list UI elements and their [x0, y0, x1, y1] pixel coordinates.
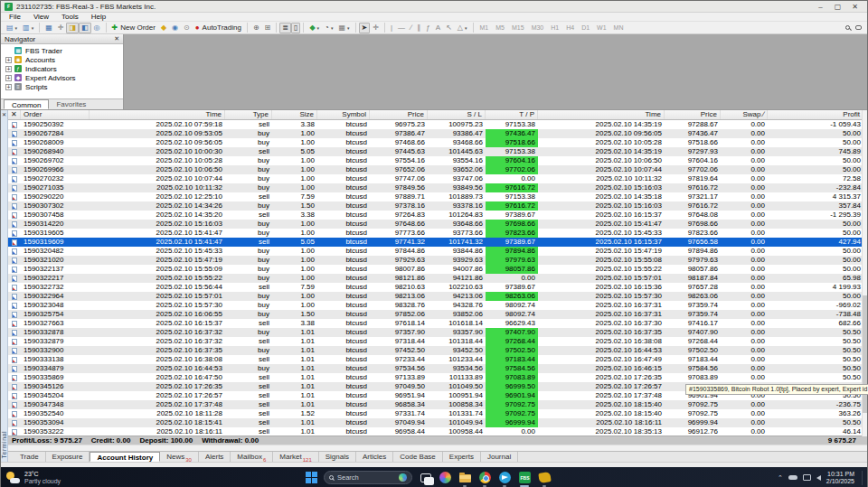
- copilot-icon[interactable]: [439, 471, 452, 484]
- arrows-button[interactable]: ↖: [443, 23, 455, 33]
- fbs-terminal-icon[interactable]: FBS: [518, 471, 532, 484]
- data-window-button[interactable]: ✛: [55, 23, 67, 33]
- tab-market[interactable]: Market121: [273, 452, 318, 462]
- expand-plus-icon[interactable]: +: [5, 57, 12, 63]
- history-row[interactable]: 15902680092025.02.10 09:56:05buy1.00btcu…: [8, 138, 867, 147]
- history-row[interactable]: 15903196092025.02.10 15:41:47sell5.05btc…: [8, 238, 867, 247]
- history-row[interactable]: 15902503922025.02.10 07:59:18sell3.38btc…: [8, 120, 867, 129]
- zoom-in-button[interactable]: ⊕: [250, 23, 262, 33]
- new-chart-button[interactable]: ▤▾: [4, 23, 20, 33]
- history-row[interactable]: 15903532222025.02.10 18:16:11sell1.01btc…: [8, 427, 867, 435]
- history-row[interactable]: 15903210202025.02.10 15:47:19buy1.00btcu…: [8, 256, 867, 265]
- weather-widget[interactable]: 23°C Partly cloudy: [6, 471, 61, 485]
- metaeditor-button[interactable]: ◆: [158, 23, 169, 33]
- metatrader-icon[interactable]: [538, 471, 552, 484]
- history-row[interactable]: 15903331382025.02.10 16:38:08sell1.01btc…: [8, 355, 867, 364]
- tab-account-history[interactable]: Account History: [90, 452, 160, 462]
- candlestick-button[interactable]: ▯: [291, 23, 300, 33]
- tab-journal[interactable]: Journal: [481, 452, 518, 462]
- templates-button[interactable]: ▦▾: [335, 23, 352, 33]
- telegram-icon[interactable]: [498, 471, 512, 484]
- tile-windows-button[interactable]: ⊞: [262, 23, 274, 33]
- scrollbar-thumb[interactable]: [863, 295, 867, 413]
- column-header-swap[interactable]: Swap ∕: [721, 110, 768, 119]
- profiles-button[interactable]: ▥▾: [20, 23, 36, 33]
- toolbar-search-button[interactable]: [843, 23, 853, 33]
- clock[interactable]: 10:31 PM 2/10/2025: [826, 471, 854, 485]
- expand-plus-icon[interactable]: +: [5, 75, 12, 81]
- history-row[interactable]: 15903328792025.02.10 16:37:32sell1.01btc…: [8, 337, 867, 346]
- history-row[interactable]: 15902697022025.02.10 10:05:28buy1.00btcu…: [8, 156, 867, 165]
- community-button[interactable]: ⊙: [181, 23, 193, 33]
- tab-alerts[interactable]: Alerts: [199, 452, 231, 462]
- history-row[interactable]: 15903230482025.02.10 15:57:30buy1.00btcu…: [8, 301, 867, 310]
- menu-item-file[interactable]: File: [3, 13, 27, 21]
- navigator-tab-common[interactable]: Common: [4, 99, 49, 109]
- column-header-time[interactable]: Time: [90, 110, 225, 119]
- history-row[interactable]: 15903073022025.02.10 14:34:26buy1.50btcu…: [8, 201, 867, 211]
- tab-trade[interactable]: Trade: [14, 452, 46, 462]
- column-header-order[interactable]: Order: [21, 110, 90, 119]
- metaquotes-button[interactable]: ◉: [169, 23, 181, 33]
- expand-plus-icon[interactable]: +: [5, 66, 12, 72]
- timeframe-d1-button[interactable]: D1: [578, 23, 593, 33]
- navigator-item-accounts[interactable]: +◉Accounts: [1, 55, 123, 64]
- terminal-close-icon[interactable]: ✕: [2, 111, 6, 117]
- strategy-tester-button[interactable]: ◎: [91, 23, 103, 33]
- chrome-icon[interactable]: [478, 471, 492, 484]
- history-row[interactable]: 15903530942025.02.10 18:15:41sell1.01btc…: [8, 418, 867, 427]
- timeframe-mn-button[interactable]: MN: [610, 23, 627, 33]
- menu-item-help[interactable]: Help: [85, 13, 112, 21]
- history-row[interactable]: 15903328782025.02.10 16:37:32buy1.01btcu…: [8, 328, 867, 337]
- column-header-price[interactable]: Price: [665, 110, 721, 119]
- history-row[interactable]: 15903257542025.02.10 16:06:55buy1.50btcu…: [8, 310, 867, 319]
- history-row[interactable]: 15903222172025.02.10 15:55:22buy1.00btcu…: [8, 274, 867, 283]
- history-row[interactable]: 15903473482025.02.10 17:37:48sell1.01btc…: [8, 400, 867, 409]
- timeframe-m5-button[interactable]: M5: [492, 23, 508, 33]
- history-row[interactable]: 15903358692025.02.10 16:47:50sell1.01btc…: [8, 373, 867, 382]
- text-button[interactable]: A: [433, 23, 443, 33]
- column-header-tp[interactable]: T / P: [486, 110, 538, 119]
- crosshair-button[interactable]: ✛: [370, 23, 382, 33]
- new-order-button[interactable]: ✚New Order: [109, 23, 158, 33]
- indicators-button[interactable]: ◆▾: [307, 23, 322, 33]
- onedrive-icon[interactable]: [788, 475, 797, 480]
- history-row[interactable]: 15903348792025.02.10 16:44:53buy1.01btcu…: [8, 364, 867, 373]
- column-header-size[interactable]: Size: [272, 110, 317, 119]
- history-row[interactable]: 15903221372025.02.10 15:55:09buy1.00btcu…: [8, 265, 867, 274]
- column-header-symbol[interactable]: Symbol: [317, 110, 370, 119]
- horizontal-scrollbar[interactable]: [8, 445, 867, 451]
- trendline-button[interactable]: ∕: [408, 23, 414, 33]
- menu-item-view[interactable]: View: [27, 13, 55, 21]
- channel-button[interactable]: ∥: [414, 23, 423, 33]
- history-row[interactable]: 15903142202025.02.10 15:16:03buy1.00btcu…: [8, 220, 867, 229]
- history-row[interactable]: 15902699662025.02.10 10:06:50buy1.00btcu…: [8, 165, 867, 174]
- hidden-icons-chevron[interactable]: ⌃: [778, 474, 783, 482]
- task-view-icon[interactable]: [419, 471, 432, 484]
- history-close-icon[interactable]: ✕: [8, 110, 21, 119]
- navigator-item-indicators[interactable]: +ƒIndicators: [1, 64, 123, 73]
- tab-signals[interactable]: Signals: [319, 452, 356, 462]
- timeframe-h4-button[interactable]: H4: [562, 23, 578, 33]
- menu-item-tools[interactable]: Tools: [55, 13, 85, 21]
- start-button[interactable]: [306, 472, 317, 483]
- history-row[interactable]: 15903196052025.02.10 15:41:47buy1.00btcu…: [8, 229, 867, 238]
- autotrading-button[interactable]: ●AutoTrading: [193, 23, 244, 33]
- search-bar[interactable]: Search: [324, 471, 412, 484]
- tab-experts[interactable]: Experts: [443, 452, 481, 462]
- column-header-price[interactable]: Price: [370, 110, 428, 119]
- show-desktop-button[interactable]: [862, 471, 863, 485]
- history-row[interactable]: 15903074582025.02.10 14:35:20sell3.38btc…: [8, 211, 867, 220]
- timeframe-m15-button[interactable]: M15: [508, 23, 528, 33]
- history-row[interactable]: 15902702322025.02.10 10:07:44buy1.00btcu…: [8, 174, 867, 183]
- timeframe-m30-button[interactable]: M30: [528, 23, 548, 33]
- close-button[interactable]: ✕: [846, 2, 863, 12]
- column-header-time[interactable]: Time: [538, 110, 665, 119]
- navigator-tab-favorites[interactable]: Favorites: [49, 99, 93, 109]
- history-row[interactable]: 15903276632025.02.10 16:15:37sell3.38btc…: [8, 319, 867, 328]
- history-row[interactable]: 15903525402025.02.10 18:11:28sell1.52btc…: [8, 409, 867, 418]
- column-header-profit[interactable]: Profit: [768, 110, 863, 119]
- history-row[interactable]: 15903329002025.02.10 16:37:35buy1.01btcu…: [8, 346, 867, 355]
- navigator-close-icon[interactable]: ✕: [114, 35, 119, 42]
- tab-mailbox[interactable]: Mailbox6: [231, 452, 273, 462]
